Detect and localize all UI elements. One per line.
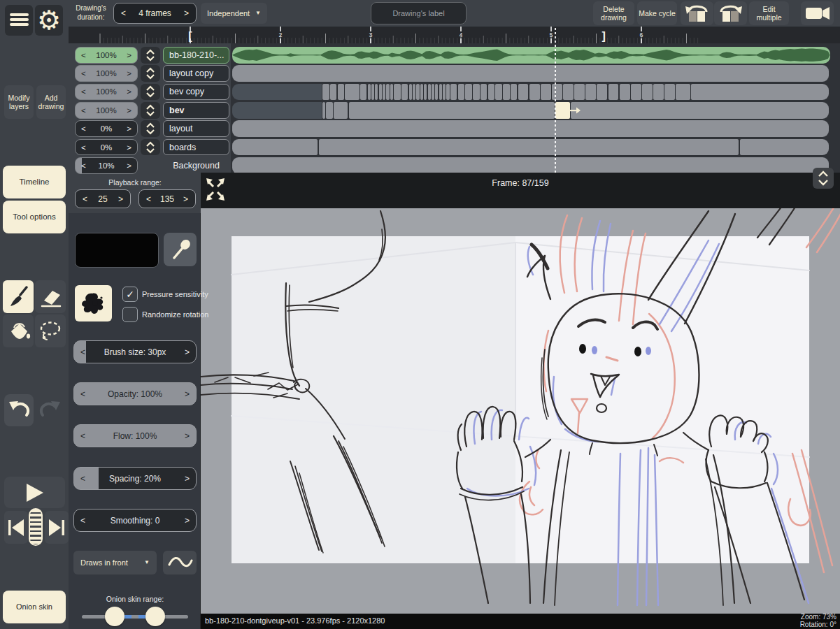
make-cycle-button[interactable]: Make cycle (637, 1, 677, 25)
layer-name[interactable]: bev (163, 102, 229, 119)
layer-name[interactable]: bb-180-210-... (163, 47, 229, 64)
timeline-segment[interactable] (390, 84, 393, 101)
timeline-segment[interactable] (375, 84, 378, 101)
timeline-segment[interactable] (371, 84, 374, 101)
stepper-right[interactable]: > (183, 194, 188, 204)
timeline-segment[interactable] (322, 84, 329, 101)
add-drawing-button[interactable]: Add drawing (36, 85, 66, 119)
timeline-segment[interactable] (394, 84, 401, 101)
timeline-segment[interactable] (664, 84, 675, 101)
timeline-segment[interactable] (338, 84, 345, 101)
timeline-segment[interactable] (563, 84, 574, 101)
layer-opacity-stepper[interactable]: <100%> (75, 47, 138, 64)
timeline-segment[interactable] (608, 84, 619, 101)
timeline-segment[interactable] (488, 84, 495, 101)
timeline-segment[interactable] (458, 84, 465, 101)
tab-tool-options[interactable]: Tool options (3, 201, 66, 233)
stepper-left[interactable]: < (121, 8, 126, 18)
timeline-segment[interactable] (529, 84, 540, 101)
audio-track[interactable] (232, 47, 830, 64)
stepper-right[interactable]: > (185, 347, 190, 357)
timeline-segment[interactable] (631, 84, 641, 101)
layer-reorder-button[interactable] (141, 84, 160, 101)
layer-reorder-button[interactable] (141, 65, 160, 82)
layer-reorder-button[interactable] (141, 102, 160, 119)
canvas-area[interactable] (201, 208, 840, 614)
timeline-segment[interactable] (349, 102, 555, 119)
settings-button[interactable]: ⚙ (35, 5, 63, 36)
timeline-segment[interactable] (232, 120, 829, 137)
layer-opacity-stepper[interactable]: <100%> (75, 84, 138, 101)
layer-reorder-button[interactable] (141, 47, 160, 64)
timeline-segment[interactable] (473, 84, 480, 101)
layer-opacity-stepper[interactable]: <0%> (75, 139, 138, 156)
flip-left-button[interactable] (681, 1, 713, 25)
modify-layers-button[interactable]: Modify layers (4, 85, 34, 119)
timeline-segment[interactable] (409, 84, 412, 101)
layer-opacity-stepper[interactable]: <100%> (75, 65, 138, 82)
timeline-segment[interactable] (379, 84, 382, 101)
lasso-tool-button[interactable] (35, 314, 66, 347)
frame-ruler[interactable]: 23456[] (69, 27, 840, 43)
prev-frame-button[interactable] (4, 511, 28, 544)
timeline-segment[interactable] (232, 157, 829, 174)
timeline-segment[interactable] (368, 84, 371, 101)
timeline-segment[interactable] (334, 102, 348, 119)
fill-tool-button[interactable] (3, 314, 34, 347)
redo-button[interactable] (36, 394, 64, 426)
stepper-left[interactable]: < (80, 431, 85, 441)
timeline-segment[interactable] (574, 84, 585, 101)
spacing-slider[interactable]: < Spacing: 20% > (73, 467, 197, 490)
layer-name[interactable]: bev copy (163, 84, 229, 101)
stepper-right[interactable]: > (185, 431, 190, 441)
flow-slider[interactable]: < Flow: 100% > (73, 424, 197, 447)
onion-skin-button[interactable]: Onion skin (3, 591, 66, 623)
timeline-segment[interactable] (676, 84, 690, 101)
timeline-segment[interactable] (330, 84, 337, 101)
camera-button[interactable] (801, 1, 834, 25)
stepper-left[interactable]: < (80, 389, 85, 399)
timeline-segment[interactable] (740, 139, 830, 156)
eyedropper-button[interactable] (164, 233, 197, 266)
randomize-rotation-checkbox[interactable] (122, 307, 138, 322)
timeline-segment[interactable] (360, 84, 367, 101)
timeline-segment[interactable] (571, 102, 830, 119)
layer-opacity-stepper[interactable]: <10%> (75, 157, 138, 174)
smoothing-curve-button[interactable] (163, 551, 197, 574)
timeline-segment[interactable] (413, 84, 415, 101)
stepper-left[interactable]: < (80, 474, 85, 484)
timeline-segment[interactable] (420, 84, 423, 101)
timeline-segment[interactable] (319, 139, 739, 156)
timeline-tracks[interactable] (231, 43, 840, 173)
layer-reorder-button[interactable] (141, 120, 160, 137)
timeline-segment[interactable] (446, 84, 449, 101)
brush-tool-button[interactable] (3, 280, 34, 313)
timeline-segment[interactable] (386, 84, 389, 101)
stepper-left[interactable]: < (146, 194, 151, 204)
stepper-right[interactable]: > (185, 389, 190, 399)
timeline-segment[interactable] (495, 84, 502, 101)
timeline-segment[interactable] (432, 84, 434, 101)
timeline-segment[interactable] (465, 84, 472, 101)
onion-before-handle[interactable] (105, 607, 124, 626)
draw-mode-dropdown[interactable]: Draws in front ▼ (73, 551, 157, 574)
undo-button[interactable] (4, 394, 34, 426)
playback-start-stepper[interactable]: < 25 > (75, 189, 131, 208)
timeline-segment[interactable] (585, 84, 596, 101)
timeline-segment[interactable] (541, 84, 551, 101)
color-swatch[interactable] (75, 233, 159, 268)
frame-scrubber[interactable] (29, 508, 43, 546)
smoothing-slider[interactable]: < Smoothing: 0 > (73, 509, 197, 532)
layer-name[interactable]: boards (163, 139, 229, 156)
stepper-left[interactable]: < (80, 516, 85, 526)
onion-range-slider[interactable] (77, 605, 193, 628)
play-button[interactable] (4, 477, 65, 508)
timeline-segment[interactable] (416, 84, 419, 101)
timeline-segment[interactable] (620, 84, 630, 101)
layer-opacity-stepper[interactable]: <100%> (75, 102, 138, 119)
timeline-segment[interactable] (439, 84, 442, 101)
current-drawing-handle[interactable] (570, 106, 581, 115)
duration-stepper[interactable]: < 4 frames > (113, 3, 197, 24)
timeline-segment[interactable] (518, 84, 529, 101)
eraser-tool-button[interactable] (35, 280, 66, 313)
